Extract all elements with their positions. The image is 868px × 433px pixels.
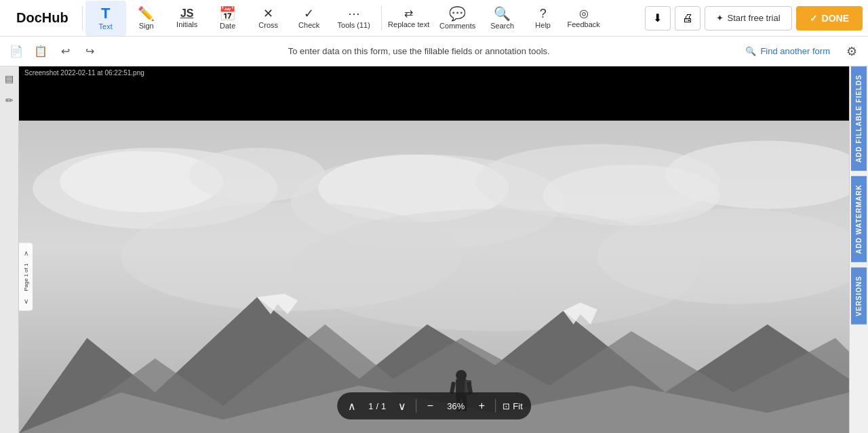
app-logo: DocHub	[5, 10, 79, 26]
toolbar-actions: ⬇ 🖨 ✦ Start free trial ✓ DONE	[645, 6, 863, 30]
zoom-in-button[interactable]: +	[469, 394, 494, 418]
page-down-icon: ∨	[24, 297, 28, 304]
tool-initials[interactable]: JS Initials	[167, 1, 208, 36]
done-label: DONE	[822, 13, 849, 24]
tool-feedback-label: Feedback	[568, 20, 600, 28]
svg-point-18	[456, 370, 467, 381]
page-counter: 1 / 1	[364, 401, 390, 411]
settings-icon: ⚙	[846, 44, 857, 59]
tool-check-label: Check	[298, 21, 319, 29]
right-panel: ADD FILLABLE FIELDS ADD WATERMARK VERSIO…	[849, 66, 868, 433]
tool-sign-label: Sign	[139, 22, 154, 30]
add-watermark-tab[interactable]: ADD WATERMARK	[851, 176, 867, 262]
copy-icon: 📋	[34, 45, 47, 58]
redo-icon: ↪	[85, 45, 94, 58]
page-indicator: ∧ Page 1 of 1 ∨	[19, 243, 33, 311]
zoom-bar: ∧ 1 / 1 ∨ − 36% + ⊡ Fit	[337, 392, 531, 419]
zoom-level: 36%	[442, 401, 469, 411]
page-down-button[interactable]: ∨	[20, 295, 32, 307]
redo-button[interactable]: ↪	[79, 41, 100, 62]
tools-icon: ⋯	[348, 7, 360, 20]
zoom-fit-button[interactable]: ⊡ Fit	[497, 401, 528, 411]
add-fillable-fields-tab[interactable]: ADD FILLABLE FIELDS	[851, 66, 867, 171]
tool-search-label: Search	[490, 22, 514, 30]
tool-cross-label: Cross	[258, 21, 278, 29]
thumbnail-toggle-button[interactable]: ▤	[0, 69, 19, 88]
undo-icon: ↩	[61, 45, 70, 58]
total-pages: 1	[381, 401, 386, 411]
fit-label: Fit	[513, 401, 522, 411]
cross-icon: ✕	[263, 7, 273, 20]
page-up-button[interactable]: ∧	[20, 247, 32, 259]
annotations-toggle-button[interactable]: ✏	[0, 91, 19, 110]
download-icon: ⬇	[653, 12, 662, 24]
versions-label: VERSIONS	[855, 276, 863, 316]
annotations-icon: ✏	[5, 95, 14, 106]
initials-icon: JS	[180, 8, 194, 19]
find-form-button[interactable]: 🔍 Find another form	[737, 41, 838, 62]
print-button[interactable]: 🖨	[675, 6, 701, 30]
date-icon: 📅	[219, 7, 236, 20]
comments-icon: 💬	[449, 7, 466, 20]
page-next-button[interactable]: ∨	[390, 394, 414, 418]
trial-label: Start free trial	[728, 13, 781, 23]
print-icon: 🖨	[682, 12, 693, 24]
tool-help[interactable]: ? Help	[523, 1, 564, 36]
left-panel-tabs: ▤ ✏	[0, 66, 19, 112]
tool-comments-label: Comments	[439, 22, 475, 30]
thumbnail-icon: ▤	[5, 73, 14, 84]
tool-text[interactable]: T Text	[85, 1, 126, 36]
check-icon: ✓	[304, 7, 314, 20]
zoom-out-icon: −	[427, 400, 433, 412]
page-prev-button[interactable]: ∧	[340, 394, 364, 418]
left-panel: ▤ ✏	[0, 66, 19, 433]
toolbar-divider	[82, 6, 83, 30]
main-content: ▤ ✏ Screenshot 2022-02-11 at 06:22:51.pn…	[0, 66, 868, 433]
page-up-icon: ∧	[24, 249, 28, 257]
notification-text: To enter data on this form, use the fill…	[288, 46, 550, 56]
tool-date[interactable]: 📅 Date	[208, 1, 248, 36]
tool-sign[interactable]: ✏️ Sign	[126, 1, 167, 36]
tool-cross[interactable]: ✕ Cross	[248, 1, 289, 36]
undo-button[interactable]: ↩	[54, 41, 76, 62]
main-toolbar: DocHub T Text ✏️ Sign JS Initials 📅 Date…	[0, 0, 868, 37]
current-page: 1	[368, 401, 373, 411]
secondary-toolbar: 📄 📋 ↩ ↪ To enter data on this form, use …	[0, 37, 868, 66]
feedback-icon: ◎	[579, 8, 589, 19]
search-icon: 🔍	[494, 7, 511, 20]
page-separator: /	[376, 401, 378, 411]
tool-feedback[interactable]: ◎ Feedback	[564, 1, 604, 36]
document-image: ∧ Page 1 of 1 ∨	[19, 121, 849, 433]
document-viewer: Screenshot 2022-02-11 at 06:22:51.png •	[19, 66, 849, 433]
zoom-out-button[interactable]: −	[418, 394, 442, 418]
add-watermark-label: ADD WATERMARK	[855, 184, 863, 254]
tool-date-label: Date	[220, 22, 235, 30]
trial-star-icon: ✦	[716, 13, 724, 23]
tool-comments[interactable]: 💬 Comments	[433, 1, 482, 36]
tool-help-label: Help	[535, 21, 551, 29]
pages-button[interactable]: 📄	[5, 41, 27, 62]
text-icon: T	[101, 6, 110, 21]
find-form-search-icon: 🔍	[745, 46, 756, 56]
start-trial-button[interactable]: ✦ Start free trial	[705, 6, 792, 30]
tool-tools[interactable]: ⋯ Tools (11)	[330, 1, 378, 36]
page-next-icon: ∨	[398, 400, 406, 413]
copy-button[interactable]: 📋	[30, 41, 52, 62]
page-prev-icon: ∧	[348, 400, 356, 413]
tool-search[interactable]: 🔍 Search	[482, 1, 523, 36]
done-button[interactable]: ✓ DONE	[796, 6, 863, 30]
pages-icon: 📄	[9, 45, 23, 58]
document-page: ∧ Page 1 of 1 ∨	[19, 66, 849, 433]
settings-button[interactable]: ⚙	[841, 41, 863, 62]
tool-replace-text[interactable]: ⇄ Replace text	[384, 1, 433, 36]
filename-label: Screenshot 2022-02-11 at 06:22:51.png	[24, 69, 144, 77]
page-label: Page 1 of 1	[23, 260, 29, 293]
download-button[interactable]: ⬇	[645, 6, 671, 30]
versions-tab[interactable]: VERSIONS	[851, 268, 867, 325]
replace-text-icon: ⇄	[404, 8, 413, 19]
tool-text-label: Text	[99, 22, 113, 30]
zoom-divider	[416, 399, 416, 413]
fit-icon: ⊡	[502, 401, 510, 411]
tool-check[interactable]: ✓ Check	[289, 1, 330, 36]
help-icon: ?	[540, 7, 547, 20]
